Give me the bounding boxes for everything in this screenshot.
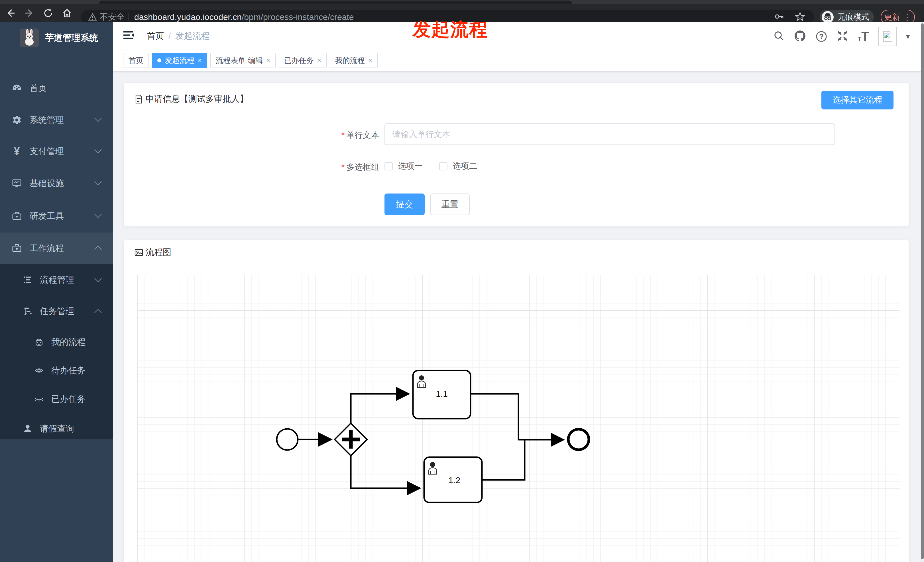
robot-face-icon bbox=[34, 337, 44, 347]
flow-diagram-card-header: 流程图 bbox=[124, 240, 909, 263]
home-icon[interactable] bbox=[60, 6, 74, 19]
close-icon[interactable]: × bbox=[266, 57, 270, 64]
browser-active-tab[interactable] bbox=[99, 1, 572, 4]
close-icon[interactable]: × bbox=[317, 57, 321, 64]
close-icon[interactable]: × bbox=[198, 57, 202, 64]
tab-done-tasks[interactable]: 已办任务× bbox=[279, 53, 327, 68]
sidebar-item-label: 待办任务 bbox=[51, 365, 86, 376]
task-2-label: 1.2 bbox=[448, 475, 460, 485]
tab-form-edit[interactable]: 流程表单-编辑× bbox=[210, 53, 276, 68]
flow-diagram-title: 流程图 bbox=[146, 247, 171, 258]
logo-row[interactable]: 芋道管理系统 bbox=[0, 22, 113, 54]
avatar-caret-icon[interactable]: ▾ bbox=[906, 32, 910, 41]
avatar[interactable] bbox=[878, 27, 897, 46]
scrollbar-thumb[interactable] bbox=[921, 23, 924, 559]
select-other-process-button[interactable]: 选择其它流程 bbox=[821, 91, 894, 109]
checkbox-option-2-label[interactable]: 选项二 bbox=[453, 160, 477, 172]
briefcase-icon bbox=[12, 243, 22, 253]
checkbox-group: 选项一 选项二 bbox=[384, 160, 477, 172]
tab-home[interactable]: 首页 bbox=[123, 53, 149, 68]
sidebar-item-my-process[interactable]: 我的流程 bbox=[0, 327, 113, 357]
header-actions: ? тT ▾ bbox=[773, 24, 910, 48]
checkbox-option-1[interactable] bbox=[384, 162, 393, 171]
app-logo bbox=[20, 28, 39, 47]
button-label: 提交 bbox=[396, 199, 413, 210]
tab-label: 首页 bbox=[129, 55, 143, 66]
breadcrumb-home[interactable]: 首页 bbox=[147, 30, 164, 42]
flow-task2-join bbox=[482, 440, 525, 480]
flow-diagram-card: 流程图 bbox=[124, 240, 909, 562]
sidebar-item-workflow[interactable]: 工作流程 bbox=[0, 232, 113, 264]
sidebar-item-label: 我的流程 bbox=[51, 336, 86, 348]
incognito-label: 无痕模式 bbox=[837, 12, 869, 22]
bpmn-canvas[interactable]: 1.1 1.2 bbox=[137, 275, 900, 562]
eye-closed-icon bbox=[34, 394, 44, 404]
page-title-annotation: 发起流程 bbox=[413, 17, 488, 42]
monitor-icon bbox=[12, 178, 22, 188]
document-icon bbox=[134, 94, 143, 104]
apply-info-card-header: 申请信息【测试多审批人】 选择其它流程 bbox=[124, 83, 909, 115]
workflow-submenu: 流程管理 任务管理 我的流程 待办任务 已办任务 bbox=[0, 264, 113, 439]
sidebar-item-home[interactable]: 首页 bbox=[0, 73, 113, 104]
sidebar-item-process-mgmt[interactable]: 流程管理 bbox=[0, 264, 113, 295]
breadcrumb-separator: / bbox=[168, 31, 171, 41]
search-icon[interactable] bbox=[773, 30, 784, 43]
flow-gateway-to-task2 bbox=[351, 455, 420, 488]
reset-button[interactable]: 重置 bbox=[430, 193, 470, 215]
tab-label: 已办任务 bbox=[284, 55, 314, 66]
user-icon bbox=[23, 424, 33, 433]
browser-menu-icon[interactable]: ⋮ bbox=[903, 12, 912, 22]
sidebar-item-todo-tasks[interactable]: 待办任务 bbox=[0, 355, 113, 386]
reload-icon[interactable] bbox=[42, 6, 55, 19]
sidebar-item-leave-query[interactable]: 请假查询 bbox=[0, 413, 113, 444]
back-icon[interactable] bbox=[4, 6, 17, 19]
key-icon[interactable] bbox=[774, 12, 784, 22]
dashboard-icon bbox=[12, 84, 22, 93]
bpmn-end-event[interactable] bbox=[568, 429, 589, 450]
sidebar-item-payment[interactable]: ¥ 支付管理 bbox=[0, 136, 113, 167]
url-host: dashboard.yudao.iocoder.cn bbox=[134, 12, 242, 22]
url-divider bbox=[129, 13, 129, 21]
sidebar-item-task-mgmt[interactable]: 任务管理 bbox=[0, 296, 113, 327]
bpmn-start-event[interactable] bbox=[277, 429, 298, 450]
sidebar-item-devtools[interactable]: 研发工具 bbox=[0, 200, 113, 232]
process-list-icon bbox=[23, 275, 33, 285]
sidebar-item-done-tasks[interactable]: 已办任务 bbox=[0, 384, 113, 414]
sidebar-fold-icon[interactable] bbox=[123, 30, 135, 42]
bpmn-diagram: 1.1 1.2 bbox=[137, 275, 900, 562]
eye-open-icon bbox=[34, 366, 44, 375]
checkbox-option-2[interactable] bbox=[439, 162, 447, 171]
checkbox-option-1-label[interactable]: 选项一 bbox=[398, 160, 423, 172]
yen-icon: ¥ bbox=[12, 147, 22, 156]
button-label: 选择其它流程 bbox=[833, 94, 882, 106]
sidebar-item-label: 研发工具 bbox=[30, 210, 64, 222]
sidebar-item-label: 基础设施 bbox=[30, 178, 64, 189]
tags-view-bar: 首页 发起流程× 流程表单-编辑× 已办任务× 我的流程× bbox=[113, 50, 924, 72]
tab-my-process[interactable]: 我的流程× bbox=[330, 53, 378, 68]
single-line-text-input[interactable] bbox=[384, 123, 835, 145]
close-icon[interactable]: × bbox=[368, 57, 372, 64]
submit-button[interactable]: 提交 bbox=[384, 193, 424, 215]
sidebar-item-infra[interactable]: 基础设施 bbox=[0, 168, 113, 199]
chevron-down-icon bbox=[94, 178, 102, 185]
button-label: 重置 bbox=[441, 199, 459, 210]
chevron-down-icon bbox=[94, 275, 102, 282]
sidebar-item-label: 系统管理 bbox=[30, 114, 64, 126]
font-size-icon[interactable]: тT bbox=[858, 31, 869, 42]
chevron-down-icon bbox=[94, 146, 102, 153]
active-dot bbox=[158, 58, 161, 62]
tab-create-process[interactable]: 发起流程× bbox=[152, 53, 207, 68]
sidebar-item-system[interactable]: 系统管理 bbox=[0, 104, 113, 136]
bookmark-star-icon[interactable] bbox=[795, 12, 805, 22]
github-icon[interactable] bbox=[794, 30, 806, 43]
chevron-down-icon bbox=[94, 211, 102, 218]
help-icon[interactable]: ? bbox=[815, 30, 827, 42]
picture-icon bbox=[134, 248, 143, 257]
tab-label: 流程表单-编辑 bbox=[216, 55, 263, 66]
not-secure-icon bbox=[88, 13, 97, 21]
fullscreen-icon[interactable] bbox=[837, 30, 849, 43]
sidebar-item-label: 任务管理 bbox=[40, 306, 74, 317]
app-title: 芋道管理系统 bbox=[45, 32, 98, 44]
forward-icon[interactable] bbox=[23, 6, 36, 19]
sidebar-item-label: 流程管理 bbox=[40, 274, 74, 286]
